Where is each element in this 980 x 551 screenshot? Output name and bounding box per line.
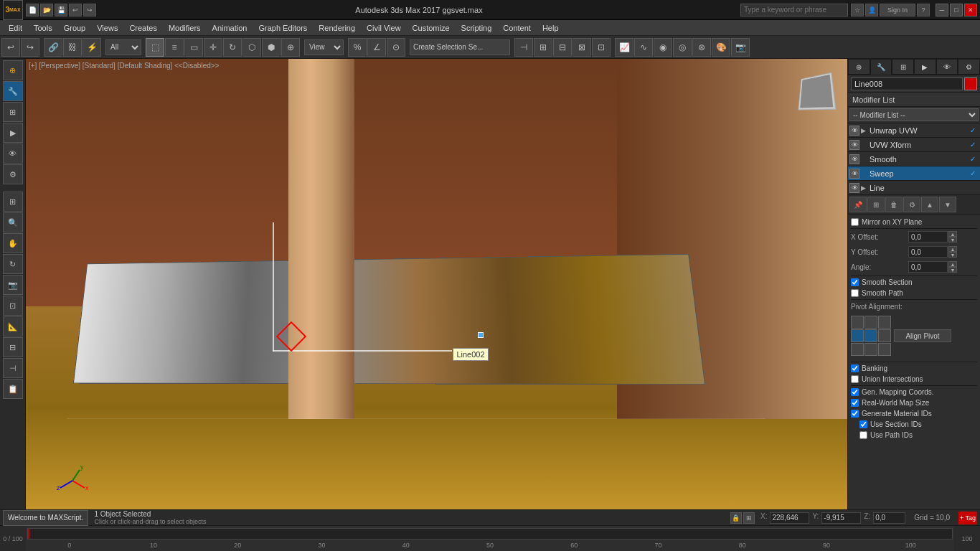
transform-type-in-icon[interactable]: ⊞	[743, 512, 755, 524]
save-btn[interactable]: 💾	[55, 4, 67, 17]
pin-btn[interactable]: 📌	[849, 197, 867, 212]
maximize-btn[interactable]: □	[950, 4, 963, 17]
align4-icon[interactable]: ⊡	[592, 38, 611, 57]
menu-rendering[interactable]: Rendering	[313, 22, 361, 34]
hierarchy-tab[interactable]: ⊞	[3, 102, 23, 122]
motion-tab[interactable]: ▶	[3, 123, 23, 143]
menu-customize[interactable]: Customize	[407, 22, 456, 34]
create-tab[interactable]: ⊕	[3, 60, 23, 80]
mirror-xy-row[interactable]: Mirror on XY Plane	[851, 217, 977, 227]
modifier-uvw-xform[interactable]: 👁 UVW Xform ✓	[848, 138, 980, 152]
pivot-mc[interactable]	[864, 329, 877, 342]
search-box[interactable]	[740, 4, 848, 17]
pivot-br[interactable]	[878, 343, 891, 356]
material-icon[interactable]: 🎨	[712, 38, 730, 57]
viewport-header[interactable]: [+] [Perspective] [Standard] [Default Sh…	[26, 59, 847, 72]
menu-graph-editors[interactable]: Graph Editors	[253, 22, 313, 34]
pivot-grid[interactable]	[851, 316, 891, 356]
gen-material-checkbox[interactable]	[851, 410, 859, 418]
signin-btn[interactable]: Sign In	[880, 4, 915, 17]
modifier-unwrap-uvw[interactable]: 👁 ▶ Unwrap UVW ✓	[848, 123, 980, 138]
scale2-icon[interactable]: ⬢	[262, 38, 281, 57]
render3-icon[interactable]: ⊛	[692, 38, 711, 57]
union-intersections-row[interactable]: Union Intersections	[851, 375, 977, 384]
render-icon[interactable]: ◉	[654, 38, 672, 57]
menu-group[interactable]: Group	[58, 22, 92, 34]
bind-icon[interactable]: ⚡	[83, 38, 101, 57]
menu-tools[interactable]: Tools	[28, 22, 58, 34]
gen-material-row[interactable]: Generate Material IDs	[851, 409, 977, 418]
eye-icon-uvwxform[interactable]: 👁	[849, 140, 859, 150]
modifier-sweep[interactable]: 👁 Sweep ✓	[848, 166, 980, 181]
snap3d-btn[interactable]: 📐	[3, 316, 23, 336]
undo-icon[interactable]: ↩	[1, 38, 20, 57]
angle-icon[interactable]: ∠	[367, 38, 386, 57]
orbit-btn[interactable]: ↻	[3, 254, 23, 274]
menu-views[interactable]: Views	[91, 22, 123, 34]
angle-down-btn[interactable]: ▼	[948, 267, 957, 273]
y-offset-spin-btns[interactable]: ▲ ▼	[948, 246, 957, 258]
x-offset-spinner[interactable]: ▲ ▼	[908, 231, 957, 242]
curve-icon[interactable]: ∿	[634, 38, 653, 57]
align2-icon[interactable]: ⊟	[553, 38, 572, 57]
menu-creates[interactable]: Creates	[123, 22, 163, 34]
smooth-section-row[interactable]: Smooth Section	[851, 278, 977, 287]
use-path-ids-checkbox[interactable]	[859, 431, 867, 439]
lock-icon[interactable]: 🔒	[730, 512, 742, 524]
account-btn[interactable]: 👤	[865, 4, 878, 17]
modifier-list-dropdown-row[interactable]: -- Modifier List --	[848, 107, 980, 123]
make-unique-btn[interactable]: ⊞	[867, 197, 885, 212]
squash-icon[interactable]: ⊕	[281, 38, 300, 57]
expand-unwrap[interactable]: ▶	[861, 127, 870, 134]
select-icon[interactable]: ⬚	[146, 38, 164, 57]
zoom-extents-btn[interactable]: ⊞	[3, 192, 23, 212]
display-tab[interactable]: 👁	[3, 143, 23, 164]
close-btn[interactable]: ✕	[964, 4, 977, 17]
new-btn[interactable]: 📄	[26, 4, 39, 17]
filter-dropdown[interactable]: All	[105, 39, 141, 55]
modifier-dropdown[interactable]: -- Modifier List --	[849, 108, 979, 121]
redo-icon[interactable]: ↪	[21, 38, 39, 57]
eye-icon-unwrap[interactable]: 👁	[849, 126, 859, 136]
minimize-btn[interactable]: ─	[936, 4, 948, 17]
search-input[interactable]	[744, 6, 844, 14]
percent-icon[interactable]: %	[348, 38, 367, 57]
undo-btn[interactable]: ↩	[69, 4, 82, 17]
align-btn[interactable]: ⊟	[3, 337, 23, 357]
coord-y-input[interactable]	[821, 512, 861, 524]
menu-civil-view[interactable]: Civil View	[361, 22, 406, 34]
help-btn[interactable]: ?	[917, 4, 930, 17]
smooth-section-checkbox[interactable]	[851, 278, 859, 286]
modify-tab[interactable]: 🔧	[3, 81, 23, 101]
utilities-tab[interactable]: ⚙	[3, 164, 23, 184]
select-by-name-icon[interactable]: ≡	[165, 38, 184, 57]
use-path-ids-row[interactable]: Use Path IDs	[851, 430, 977, 440]
nav-cube[interactable]	[790, 66, 840, 116]
spinner-icon[interactable]: ⊙	[387, 38, 405, 57]
gen-mapping-checkbox[interactable]	[851, 388, 859, 396]
tab-motion[interactable]: ▶	[914, 59, 936, 75]
object-color-swatch[interactable]	[964, 77, 977, 90]
add-time-tag-btn[interactable]: + Tag	[958, 512, 977, 524]
camera-btn[interactable]: 📷	[3, 275, 23, 295]
angle-up-btn[interactable]: ▲	[948, 261, 957, 267]
move-up-btn[interactable]: ▲	[921, 197, 938, 212]
banking-row[interactable]: Banking	[851, 364, 977, 373]
y-offset-up-btn[interactable]: ▲	[948, 246, 957, 252]
pivot-tl[interactable]	[851, 316, 864, 329]
menu-animation[interactable]: Animation	[207, 22, 253, 34]
smooth-path-checkbox[interactable]	[851, 289, 859, 297]
align-pivot-button[interactable]: Align Pivot	[894, 329, 951, 342]
zoom-btn[interactable]: 🔍	[3, 212, 23, 232]
configure-modifier-sets-btn[interactable]: ⚙	[903, 197, 920, 212]
tab-modify[interactable]: 🔧	[870, 59, 892, 75]
pan-btn[interactable]: ✋	[3, 233, 23, 253]
smooth-path-row[interactable]: Smooth Path	[851, 288, 977, 298]
angle-spinner[interactable]: ▲ ▼	[908, 261, 957, 273]
pivot-bl[interactable]	[851, 343, 864, 356]
angle-input[interactable]	[908, 261, 948, 273]
menu-content[interactable]: Content	[497, 22, 537, 34]
view-dropdown[interactable]: View	[304, 39, 344, 55]
align-icon[interactable]: ⊞	[534, 38, 552, 57]
menu-edit[interactable]: Edit	[3, 22, 28, 34]
